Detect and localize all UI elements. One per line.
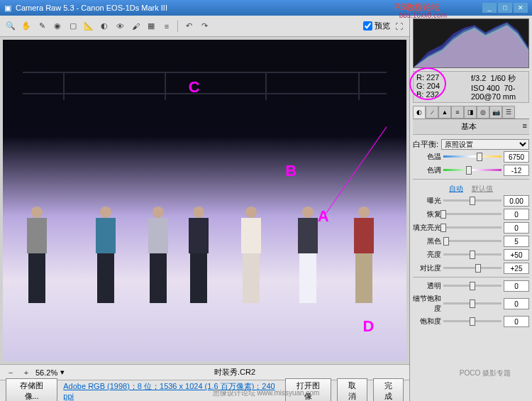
settings-tabs: ◐ ⟋ ▲ ≡ ◨ ◎ 📷 ☰ — [413, 106, 529, 119]
window-controls: _ □ ✕ — [482, 3, 528, 13]
rotate-cw-icon[interactable]: ↷ — [198, 20, 211, 33]
exposure-input[interactable] — [504, 195, 529, 207]
minimize-button[interactable]: _ — [482, 3, 497, 13]
info-readout: R: 227 G: 204 B: 232 f/3.2 1/60 秒 ISO 40… — [413, 71, 529, 103]
fill-label: 填充亮光 — [413, 223, 441, 233]
tab-detail[interactable]: ▲ — [438, 106, 451, 119]
prefs-icon[interactable]: ≡ — [160, 20, 173, 33]
main-toolbar: 🔍 ✋ ✎ ◉ ▢ 📐 ◐ 👁 🖌 ▦ ≡ ↶ ↷ 预览 ⛶ — [0, 16, 409, 37]
saturation-label: 饱和度 — [413, 317, 441, 326]
done-button[interactable]: 完成 — [373, 378, 404, 402]
left-panel: 🔍 ✋ ✎ ◉ ▢ 📐 ◐ 👁 🖌 ▦ ≡ ↶ ↷ 预览 ⛶ — [0, 16, 410, 401]
zoom-value[interactable]: 56.2% — [35, 368, 57, 377]
straighten-icon[interactable]: 📐 — [82, 20, 95, 33]
eyedropper-icon[interactable]: ✎ — [35, 20, 48, 33]
auto-link[interactable]: 自动 — [449, 184, 463, 194]
bottom-bar: 存储图像... Adobe RGB (1998)；8 位；1536 x 1024… — [0, 380, 409, 401]
fullscreen-icon[interactable]: ⛶ — [392, 20, 405, 33]
preview-label: 预览 — [375, 21, 390, 31]
spot-tool-icon[interactable]: ◐ — [98, 20, 111, 33]
app-icon: ▣ — [4, 4, 11, 13]
zoom-in-icon[interactable]: + — [20, 366, 33, 379]
sampler-icon[interactable]: ◉ — [51, 20, 64, 33]
contrast-input[interactable] — [504, 263, 529, 274]
annotation-b: B — [285, 162, 297, 180]
brush-icon[interactable]: 🖌 — [129, 20, 142, 33]
b-label: B: — [416, 90, 423, 99]
g-value: 204 — [427, 82, 440, 90]
titlebar: ▣ Camera Raw 5.3 - Canon EOS-1Ds Mark II… — [0, 0, 532, 16]
crop-tool-icon[interactable]: ▢ — [67, 20, 79, 33]
fill-slider[interactable] — [443, 223, 501, 233]
shutter-value: 1/60 秒 — [491, 74, 516, 82]
blacks-label: 黑色 — [413, 236, 441, 246]
fill-input[interactable] — [504, 222, 529, 234]
temp-slider[interactable] — [443, 152, 501, 162]
blacks-slider[interactable] — [443, 236, 501, 246]
tab-camera[interactable]: 📷 — [489, 106, 502, 119]
annotation-c: C — [189, 78, 200, 97]
right-panel: R: 227 G: 204 B: 232 f/3.2 1/60 秒 ISO 40… — [410, 16, 532, 401]
tab-basic[interactable]: ◐ — [413, 106, 426, 119]
clarity-input[interactable] — [504, 280, 529, 292]
gradient-icon[interactable]: ▦ — [145, 20, 157, 33]
watermark-missyuan: 思缘设计论坛 www.missyuan.com — [213, 388, 320, 398]
tab-hsl[interactable]: ≡ — [451, 106, 464, 119]
histogram[interactable] — [413, 18, 529, 68]
tab-presets[interactable]: ☰ — [502, 106, 515, 119]
rotate-ccw-icon[interactable]: ↶ — [182, 20, 195, 33]
tint-label: 色调 — [413, 165, 441, 175]
b-value: 232 — [426, 90, 438, 99]
save-image-button[interactable]: 存储图像... — [6, 378, 57, 402]
separator — [177, 21, 178, 32]
brightness-slider[interactable] — [443, 250, 501, 260]
maximize-button[interactable]: □ — [498, 3, 512, 13]
watermark-poco: POCO 摄影专题 — [460, 368, 511, 378]
tint-input[interactable] — [504, 165, 529, 176]
recovery-input[interactable] — [504, 209, 529, 220]
cancel-button[interactable]: 取消 — [337, 378, 367, 402]
brightness-label: 亮度 — [413, 250, 441, 260]
blacks-input[interactable] — [504, 236, 529, 247]
saturation-input[interactable] — [504, 316, 529, 327]
default-link[interactable]: 默认值 — [472, 184, 493, 194]
vibrance-slider[interactable] — [443, 299, 501, 309]
zoom-dropdown-icon[interactable]: ▾ — [60, 368, 65, 377]
annotation-line — [326, 126, 387, 214]
temp-input[interactable] — [504, 151, 529, 163]
zoom-tool-icon[interactable]: 🔍 — [4, 20, 17, 33]
basic-controls: 白平衡: 原照设置 色温 色调 自动默认值 曝光 恢复 填充亮光 黑色 亮度 对… — [410, 135, 532, 401]
saturation-slider[interactable] — [443, 317, 501, 326]
wb-select[interactable]: 原照设置 — [441, 139, 529, 150]
tab-lens[interactable]: ◎ — [477, 106, 489, 119]
vibrance-input[interactable] — [504, 298, 529, 309]
recovery-slider[interactable] — [443, 209, 501, 219]
tab-curve[interactable]: ⟋ — [426, 106, 438, 119]
wb-label: 白平衡: — [413, 139, 438, 150]
preview-toggle[interactable]: 预览 ⛶ — [363, 20, 405, 33]
aperture-value: f/3.2 — [471, 74, 486, 82]
annotation-d: D — [363, 317, 375, 336]
redeye-icon[interactable]: 👁 — [113, 20, 126, 33]
clarity-label: 透明 — [413, 281, 441, 291]
clarity-slider[interactable] — [443, 281, 501, 291]
close-button[interactable]: ✕ — [514, 3, 528, 13]
window-title: Camera Raw 5.3 - Canon EOS-1Ds Mark III — [16, 4, 167, 12]
contrast-slider[interactable] — [443, 263, 501, 273]
preview-checkbox[interactable] — [363, 21, 372, 31]
r-value: 227 — [426, 73, 439, 82]
vibrance-label: 细节饱和度 — [413, 294, 441, 314]
image-preview[interactable]: C B A D — [3, 40, 406, 361]
tint-slider[interactable] — [443, 165, 501, 175]
filename-label: 时装秀.CR2 — [214, 367, 255, 378]
hand-tool-icon[interactable]: ✋ — [20, 20, 33, 33]
brightness-input[interactable] — [504, 249, 529, 260]
panel-title: 基本 ≡ — [413, 119, 529, 135]
contrast-label: 对比度 — [413, 263, 441, 273]
recovery-label: 恢复 — [413, 209, 441, 219]
iso-value: ISO 400 — [471, 84, 499, 92]
tab-split[interactable]: ◨ — [464, 106, 477, 119]
panel-menu-icon[interactable]: ≡ — [523, 121, 527, 130]
exposure-slider[interactable] — [443, 196, 501, 206]
zoom-out-icon[interactable]: − — [4, 366, 17, 379]
